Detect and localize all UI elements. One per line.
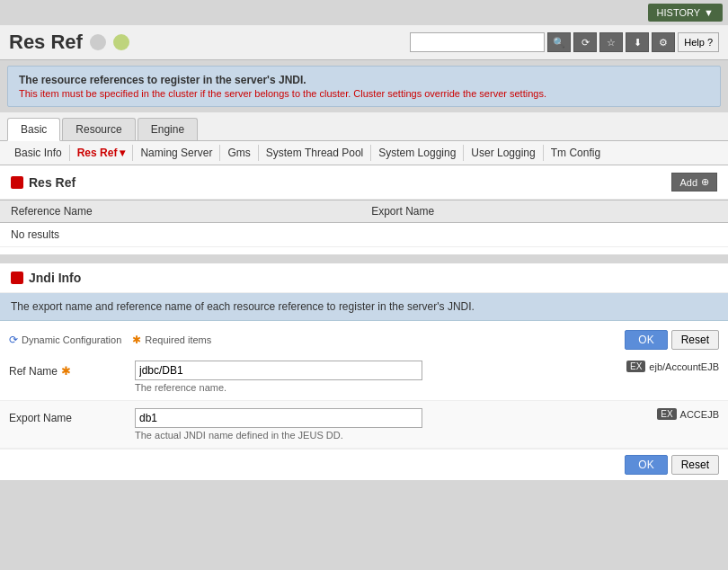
info-banner: The resource references to register in t… xyxy=(7,66,721,107)
ref-name-ex-badge: EX xyxy=(626,361,645,372)
export-name-right: EX ACCEJB xyxy=(657,408,719,420)
jndi-section: Jndi Info The export name and reference … xyxy=(0,263,728,480)
export-name-hint: The actual JNDI name defined in the JEUS… xyxy=(135,430,657,441)
status-circle-gray xyxy=(90,34,106,50)
add-button[interactable]: Add ⊕ xyxy=(671,173,717,191)
res-ref-section-title: Res Ref xyxy=(29,175,75,190)
page-title-text: Res Ref xyxy=(9,31,83,54)
col-actions xyxy=(656,200,728,223)
config-right: OK Reset xyxy=(625,330,719,350)
jndi-section-icon xyxy=(11,272,23,284)
res-ref-table: Reference Name Export Name No results xyxy=(0,200,728,247)
ref-name-label: Ref Name ✱ xyxy=(9,361,135,378)
dynamic-config: ⟳ Dynamic Configuration xyxy=(9,334,121,346)
add-icon: ⊕ xyxy=(701,176,709,188)
jndi-form: Ref Name ✱ The reference name. EX ejb/Ac… xyxy=(0,353,728,449)
history-arrow-icon: ▼ xyxy=(704,7,714,18)
ref-name-input-area: The reference name. xyxy=(135,361,626,393)
section-divider xyxy=(0,254,728,263)
info-main-text: The resource references to register in t… xyxy=(19,74,709,86)
dynamic-icon: ⟳ xyxy=(9,334,18,346)
export-name-ex-badge: EX xyxy=(657,408,676,420)
tab-basic[interactable]: Basic xyxy=(7,118,60,141)
res-ref-section: Res Ref Add ⊕ Reference Name Export Name xyxy=(0,165,728,254)
export-name-right-value: ACCEJB xyxy=(680,409,719,420)
subtab-tm-config[interactable]: Tm Config xyxy=(544,145,608,161)
ref-name-hint: The reference name. xyxy=(135,382,626,393)
jndi-section-title: Jndi Info xyxy=(29,271,81,285)
ref-name-right-value: ejb/AccountEJB xyxy=(649,361,719,372)
dynamic-config-label: Dynamic Configuration xyxy=(22,334,121,345)
res-ref-arrow-icon: ▾ xyxy=(120,147,125,159)
status-circle-green xyxy=(113,34,129,50)
subtab-system-logging[interactable]: System Logging xyxy=(371,145,464,161)
search-input[interactable] xyxy=(410,32,545,52)
required-items: ✱ Required items xyxy=(132,334,211,346)
res-ref-table-wrapper: Reference Name Export Name No results xyxy=(0,200,728,254)
subtab-user-logging[interactable]: User Logging xyxy=(464,145,543,161)
config-bar: ⟳ Dynamic Configuration ✱ Required items… xyxy=(0,326,728,353)
sub-tabs: Basic Info Res Ref ▾ Naming Server Gms S… xyxy=(0,141,728,165)
required-items-label: Required items xyxy=(145,334,211,345)
jndi-ok-button[interactable]: OK xyxy=(625,330,667,350)
content-area: Res Ref Add ⊕ Reference Name Export Name xyxy=(0,165,728,480)
subtab-naming-server[interactable]: Naming Server xyxy=(133,145,220,161)
jndi-info-text: The export name and reference name of ea… xyxy=(11,300,475,313)
add-label: Add xyxy=(679,177,697,188)
download-button[interactable]: ⬇ xyxy=(626,32,649,52)
page-title: Res Ref xyxy=(9,31,129,54)
info-sub-text: This item must be specified in the clust… xyxy=(19,88,709,99)
ref-name-row: Ref Name ✱ The reference name. EX ejb/Ac… xyxy=(0,353,728,401)
help-button[interactable]: Help ? xyxy=(678,32,719,52)
settings-button[interactable]: ⚙ xyxy=(652,32,675,52)
bottom-bar: OK Reset xyxy=(0,449,728,480)
no-results-text: No results xyxy=(11,228,59,241)
export-name-row: Export Name The actual JNDI name defined… xyxy=(0,401,728,449)
required-icon: ✱ xyxy=(132,334,141,346)
bottom-reset-button[interactable]: Reset xyxy=(671,455,719,475)
subtab-system-thread-pool[interactable]: System Thread Pool xyxy=(259,145,372,161)
export-name-input[interactable] xyxy=(135,408,422,428)
help-icon: ? xyxy=(707,37,713,48)
tab-engine[interactable]: Engine xyxy=(138,118,198,140)
res-ref-section-icon xyxy=(11,176,23,189)
req-star-ref-name: ✱ xyxy=(61,364,71,378)
subtab-gms[interactable]: Gms xyxy=(220,145,258,161)
search-button[interactable]: 🔍 xyxy=(547,32,571,52)
config-left: ⟳ Dynamic Configuration ✱ Required items xyxy=(9,334,211,346)
history-button[interactable]: HISTORY ▼ xyxy=(648,4,723,22)
subtab-basic-info[interactable]: Basic Info xyxy=(7,145,70,161)
col-export-name: Export Name xyxy=(360,200,656,223)
no-results-row: No results xyxy=(0,223,728,247)
jndi-info-bar: The export name and reference name of ea… xyxy=(0,293,728,321)
tab-resource[interactable]: Resource xyxy=(62,118,135,140)
main-tabs: Basic Resource Engine xyxy=(0,112,728,141)
bottom-ok-button[interactable]: OK xyxy=(625,455,667,475)
ref-name-input[interactable] xyxy=(135,361,422,380)
subtab-res-ref[interactable]: Res Ref ▾ xyxy=(70,145,134,161)
col-reference-name: Reference Name xyxy=(0,200,360,223)
ref-name-right: EX ejb/AccountEJB xyxy=(626,361,719,372)
jndi-reset-button[interactable]: Reset xyxy=(671,330,719,350)
help-label: Help xyxy=(684,37,705,48)
history-label: HISTORY xyxy=(657,7,701,18)
export-name-label: Export Name xyxy=(9,408,135,424)
bookmark-button[interactable]: ☆ xyxy=(599,32,623,52)
refresh-button[interactable]: ⟳ xyxy=(573,32,597,52)
export-name-input-area: The actual JNDI name defined in the JEUS… xyxy=(135,408,657,441)
